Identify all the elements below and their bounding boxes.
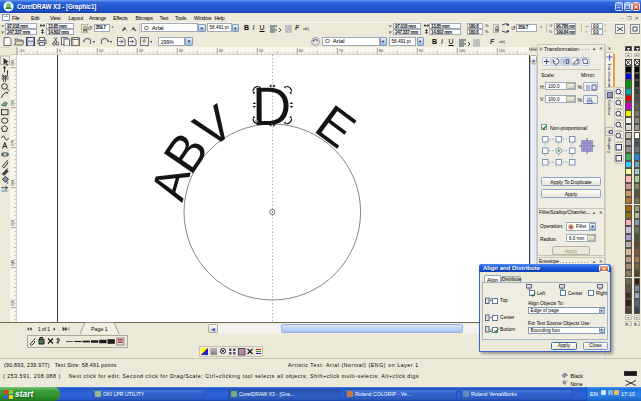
svg-text:290: 290 <box>12 60 16 66</box>
svg-text:230: 230 <box>12 300 16 306</box>
svg-text:None: None <box>571 381 583 387</box>
svg-text:100: 100 <box>459 49 465 53</box>
svg-text:250: 250 <box>12 220 16 226</box>
svg-text:110: 110 <box>499 49 505 53</box>
svg-text:90: 90 <box>419 49 423 53</box>
svg-text:D: D <box>252 76 291 136</box>
svg-text:10: 10 <box>99 49 103 53</box>
svg-text:Black: Black <box>571 373 584 379</box>
svg-text:70: 70 <box>339 49 343 53</box>
svg-text:0: 0 <box>59 49 61 53</box>
svg-text:280: 280 <box>12 100 16 106</box>
svg-text:50: 50 <box>259 49 263 53</box>
svg-text:60: 60 <box>299 49 303 53</box>
svg-text:270: 270 <box>12 140 16 146</box>
svg-text:E: E <box>306 94 365 158</box>
svg-text:260: 260 <box>12 180 16 186</box>
svg-text:30: 30 <box>179 49 183 53</box>
svg-text:Page 1: Page 1 <box>91 326 108 332</box>
svg-text:240: 240 <box>12 260 16 266</box>
svg-text:1 of 1: 1 of 1 <box>38 327 50 332</box>
svg-text:80: 80 <box>379 49 383 53</box>
svg-text:20: 20 <box>139 49 143 53</box>
svg-text:40: 40 <box>219 49 223 53</box>
